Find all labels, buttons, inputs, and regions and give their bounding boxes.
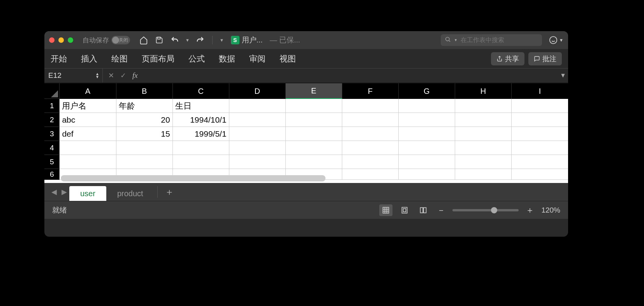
zoom-thumb[interactable] (491, 207, 497, 213)
zoom-in-button[interactable]: ＋ (524, 204, 536, 216)
cell-a4[interactable] (60, 141, 116, 155)
cell-f2[interactable] (342, 113, 399, 127)
col-header-b[interactable]: B (116, 83, 173, 99)
tab-home[interactable]: 开始 (51, 53, 67, 64)
save-icon[interactable] (154, 35, 164, 45)
col-header-e[interactable]: E (286, 83, 342, 99)
zoom-level[interactable]: 120% (541, 206, 560, 215)
view-break-icon[interactable] (417, 204, 430, 216)
cell-b2[interactable]: 20 (116, 113, 173, 127)
sheet-nav-next[interactable]: ▶ (59, 188, 69, 196)
tab-layout[interactable]: 页面布局 (142, 53, 174, 64)
row-header-2[interactable]: 2 (44, 113, 60, 127)
col-header-i[interactable]: I (512, 83, 568, 99)
view-page-icon[interactable] (398, 204, 411, 216)
cell-d4[interactable] (229, 141, 286, 155)
cell-g4[interactable] (399, 141, 455, 155)
cell-f4[interactable] (342, 141, 399, 155)
namebox-stepper[interactable]: ▲▼ (95, 72, 99, 79)
cell-f1[interactable] (342, 99, 399, 113)
feedback-button[interactable]: ▼ (549, 36, 563, 44)
cell-e3[interactable] (286, 127, 342, 141)
customize-dropdown-icon[interactable]: ▼ (220, 38, 224, 42)
tab-view[interactable]: 视图 (280, 53, 296, 64)
cell-d1[interactable] (229, 99, 286, 113)
tab-formula[interactable]: 公式 (188, 53, 205, 64)
add-sheet-button[interactable]: ＋ (157, 186, 181, 198)
sheet-tab-user[interactable]: user (69, 186, 106, 201)
col-header-c[interactable]: C (173, 83, 229, 99)
spreadsheet-grid[interactable]: A B C D E F G H I 1 用户名 年龄 生日 2 abc 20 1… (44, 83, 568, 183)
share-button[interactable]: 共享 (491, 52, 524, 65)
cell-a2[interactable]: abc (60, 113, 116, 127)
formula-expand-icon[interactable]: ▼ (558, 72, 568, 79)
cell-g1[interactable] (399, 99, 455, 113)
cell-g5[interactable] (399, 155, 455, 169)
cell-c4[interactable] (173, 141, 229, 155)
cell-d2[interactable] (229, 113, 286, 127)
tab-data[interactable]: 数据 (219, 53, 235, 64)
cell-e4[interactable] (286, 141, 342, 155)
col-header-h[interactable]: H (455, 83, 512, 99)
redo-icon[interactable] (195, 35, 205, 45)
horizontal-scrollbar[interactable] (61, 175, 326, 181)
zoom-slider[interactable] (452, 209, 519, 211)
cell-h1[interactable] (455, 99, 512, 113)
cell-a5[interactable] (60, 155, 116, 169)
cell-i3[interactable] (512, 127, 568, 141)
row-header-6[interactable]: 6 (44, 169, 60, 180)
autosave-toggle[interactable]: 关闭 (111, 36, 130, 44)
col-header-a[interactable]: A (60, 83, 116, 99)
sheet-tab-product[interactable]: product (106, 186, 154, 201)
maximize-button[interactable] (68, 37, 73, 43)
cell-h4[interactable] (455, 141, 512, 155)
close-button[interactable] (49, 37, 55, 43)
cell-e2[interactable] (286, 113, 342, 127)
cell-e1[interactable] (286, 99, 342, 113)
cell-b3[interactable]: 15 (116, 127, 173, 141)
cell-c2[interactable]: 1994/10/1 (173, 113, 229, 127)
tab-draw[interactable]: 绘图 (111, 53, 128, 64)
zoom-out-button[interactable]: － (435, 204, 447, 216)
cell-c5[interactable] (173, 155, 229, 169)
minimize-button[interactable] (58, 37, 64, 43)
row-header-3[interactable]: 3 (44, 127, 60, 141)
tab-insert[interactable]: 插入 (81, 53, 97, 64)
col-header-d[interactable]: D (229, 83, 286, 99)
cell-f3[interactable] (342, 127, 399, 141)
undo-icon[interactable] (170, 35, 180, 45)
tab-review[interactable]: 审阅 (249, 53, 266, 64)
cell-i5[interactable] (512, 155, 568, 169)
cancel-formula-icon[interactable]: ✕ (108, 71, 114, 80)
col-header-g[interactable]: G (399, 83, 455, 99)
cell-i6[interactable] (512, 169, 568, 180)
comment-button[interactable]: 批注 (528, 52, 562, 65)
home-icon[interactable] (139, 35, 149, 45)
view-normal-icon[interactable] (379, 204, 392, 216)
row-header-1[interactable]: 1 (44, 99, 60, 113)
cell-g6[interactable] (399, 169, 455, 180)
col-header-f[interactable]: F (342, 83, 399, 99)
name-box[interactable]: E12 ▲▼ (44, 69, 103, 83)
formula-input[interactable] (143, 69, 558, 83)
cell-h5[interactable] (455, 155, 512, 169)
cell-c3[interactable]: 1999/5/1 (173, 127, 229, 141)
search-box[interactable]: ▼ (441, 34, 542, 46)
cell-b1[interactable]: 年龄 (116, 99, 173, 113)
undo-dropdown-icon[interactable]: ▼ (185, 38, 190, 42)
select-all-corner[interactable] (44, 83, 60, 99)
cell-d5[interactable] (229, 155, 286, 169)
cell-g2[interactable] (399, 113, 455, 127)
cell-e5[interactable] (286, 155, 342, 169)
cell-d3[interactable] (229, 127, 286, 141)
search-dropdown-icon[interactable]: ▼ (454, 38, 457, 42)
cell-a3[interactable]: def (60, 127, 116, 141)
fx-icon[interactable]: fx (132, 71, 138, 80)
row-header-4[interactable]: 4 (44, 141, 60, 155)
cell-i1[interactable] (512, 99, 568, 113)
search-input[interactable] (461, 37, 538, 44)
cell-f5[interactable] (342, 155, 399, 169)
cell-h2[interactable] (455, 113, 512, 127)
cell-g3[interactable] (399, 127, 455, 141)
cell-i4[interactable] (512, 141, 568, 155)
